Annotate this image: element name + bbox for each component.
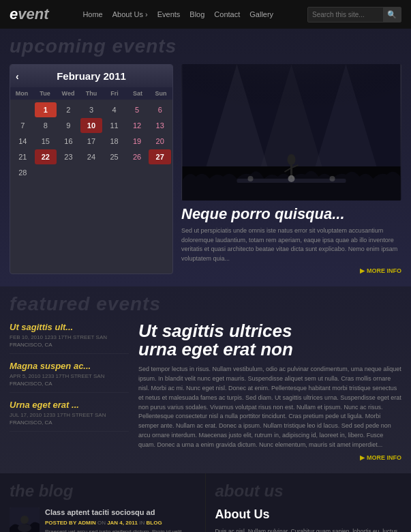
- upcoming-content: ‹ February 2011 Mon Tue Wed Thu Fri Sat …: [10, 64, 401, 274]
- calendar-cell-15[interactable]: 15: [35, 134, 57, 149]
- about-heading: About Us: [215, 507, 402, 522]
- calendar-cell-33: [126, 165, 149, 180]
- blog-post-0-excerpt: Praesent vel arcu sed justo eleifend dic…: [45, 528, 186, 532]
- calendar-cell-12[interactable]: 12: [126, 118, 149, 133]
- calendar-cell-23[interactable]: 23: [57, 149, 80, 164]
- calendar-cell-26[interactable]: 26: [126, 149, 149, 164]
- calendar-cell-16[interactable]: 16: [57, 134, 80, 149]
- featured-item-0: Ut sagittis ult... Feb 10, 2010 1233 17T…: [10, 322, 129, 354]
- search-button[interactable]: 🔍: [383, 8, 401, 22]
- featured-more-info-link[interactable]: MORE INFO: [360, 454, 401, 461]
- nav-about[interactable]: About Us ›: [112, 10, 148, 18]
- calendar-cell-19[interactable]: 19: [126, 134, 149, 149]
- blog-thumb-svg-0: [10, 507, 40, 532]
- concert-svg: [181, 64, 401, 201]
- calendar-cell-8[interactable]: 8: [35, 118, 57, 133]
- calendar-month-title: February 2011: [57, 70, 126, 82]
- upcoming-more-info: MORE INFO: [181, 267, 401, 274]
- cal-day-tue: Tue: [33, 90, 57, 97]
- calendar-cell-32: [103, 165, 125, 180]
- featured-item-0-title: Ut sagittis ult...: [10, 322, 129, 332]
- nav-home[interactable]: Home: [82, 10, 102, 18]
- about-body: Duis ac nisl. Nullam pulvinar. Curabitur…: [215, 527, 402, 532]
- blog-post-0-text: Class aptent taciti sociosqu ad POSTED B…: [45, 507, 186, 532]
- calendar-cell-7[interactable]: 7: [12, 118, 34, 133]
- event-concert-image: [181, 64, 401, 201]
- featured-main: Ut sagittis ultrices urna eget erat non …: [138, 322, 401, 461]
- calendar-header: ‹ February 2011: [10, 65, 172, 87]
- featured-item-2-title: Urna eget erat ...: [10, 400, 129, 410]
- about-section-title: about us: [215, 482, 402, 501]
- featured-events-section: featured events Ut sagittis ult... Feb 1…: [0, 286, 411, 473]
- upcoming-more-info-link[interactable]: MORE INFO: [360, 267, 401, 274]
- featured-item-2-address: FRANCISCO, CA: [10, 419, 129, 426]
- calendar-cell-5[interactable]: 5: [126, 102, 149, 117]
- nav-gallery[interactable]: Gallery: [249, 10, 273, 18]
- cal-day-sat: Sat: [126, 90, 149, 97]
- cal-day-mon: Mon: [10, 90, 33, 97]
- calendar-days-header: Mon Tue Wed Thu Fri Sat Sun: [10, 87, 172, 100]
- calendar-cell-4[interactable]: 4: [103, 102, 125, 117]
- calendar-cell-9[interactable]: 9: [57, 118, 80, 133]
- cal-day-thu: Thu: [80, 90, 103, 97]
- calendar-cell-31: [80, 165, 103, 180]
- calendar-cell-21[interactable]: 21: [12, 149, 34, 164]
- calendar: ‹ February 2011 Mon Tue Wed Thu Fri Sat …: [10, 64, 173, 274]
- upcoming-events-section: upcoming events ‹ February 2011 Mon Tue …: [0, 29, 411, 286]
- featured-item-1: Magna suspen ac... Apr 5, 2010 1233 17TH…: [10, 361, 129, 393]
- blog-post-0-thumb: [10, 507, 40, 532]
- calendar-cell-17[interactable]: 17: [80, 134, 103, 149]
- cal-day-fri: Fri: [103, 90, 126, 97]
- search-input[interactable]: [308, 8, 383, 21]
- calendar-cell-18[interactable]: 18: [103, 134, 125, 149]
- calendar-cell-0: [12, 102, 34, 117]
- featured-item-1-address: FRANCISCO, CA: [10, 381, 129, 387]
- calendar-cell-2[interactable]: 2: [57, 102, 80, 117]
- cal-day-sun: Sun: [149, 90, 172, 97]
- nav-blog[interactable]: Blog: [189, 10, 204, 18]
- blog-post-0: Class aptent taciti sociosqu ad POSTED B…: [10, 507, 196, 532]
- svg-point-18: [18, 524, 31, 532]
- calendar-cell-24[interactable]: 24: [80, 149, 103, 164]
- cal-day-wed: Wed: [57, 90, 80, 97]
- calendar-cell-25[interactable]: 25: [103, 149, 125, 164]
- logo-vent: vent: [18, 5, 48, 23]
- svg-point-15: [330, 176, 335, 181]
- featured-section-title: featured events: [10, 293, 401, 315]
- calendar-cell-27[interactable]: 27: [149, 149, 171, 164]
- calendar-cell-22[interactable]: 22: [35, 149, 57, 164]
- upcoming-event-area: Neque porro quisqua... Sed ut perspiciat…: [181, 64, 401, 274]
- calendar-cell-6[interactable]: 6: [149, 102, 171, 117]
- blog-section-title: the blog: [10, 482, 196, 501]
- featured-main-title: Ut sagittis ultrices urna eget erat non: [138, 322, 401, 359]
- nav-events[interactable]: Events: [157, 10, 181, 18]
- calendar-cell-3[interactable]: 3: [80, 102, 103, 117]
- featured-content: Ut sagittis ult... Feb 10, 2010 1233 17T…: [10, 322, 401, 461]
- svg-point-6: [288, 154, 296, 165]
- upcoming-section-title: upcoming events: [10, 35, 401, 57]
- calendar-cell-11[interactable]: 11: [103, 118, 125, 133]
- calendar-cell-34: [149, 165, 171, 180]
- search-box: 🔍: [307, 7, 401, 23]
- calendar-prev-button[interactable]: ‹: [16, 71, 19, 82]
- featured-item-0-address: FRANCISCO, CA: [10, 342, 129, 348]
- blog-post-0-meta: POSTED BY ADMIN ON JAN 4, 2011 IN BLOG: [45, 520, 186, 526]
- calendar-cell-1[interactable]: 1: [35, 102, 57, 117]
- blog-post-0-title: Class aptent taciti sociosqu ad: [45, 507, 186, 517]
- bottom-section: the blog Class aptent taciti sociosqu ad…: [0, 473, 411, 532]
- upcoming-event-description: Neque porro quisqua... Sed ut perspiciat…: [181, 201, 401, 274]
- featured-main-body: Sed tempor lectus in risus. Nullam vesti…: [138, 365, 401, 450]
- svg-point-17: [20, 516, 29, 524]
- calendar-cell-10[interactable]: 10: [80, 118, 103, 133]
- featured-item-0-date: Feb 10, 2010 1233 17TH STREET SAN: [10, 334, 129, 340]
- calendar-cell-28[interactable]: 28: [12, 165, 34, 180]
- header: event Home About Us › Events Blog Contac…: [0, 0, 411, 29]
- featured-more-info: MORE INFO: [138, 454, 401, 461]
- calendar-cell-13[interactable]: 13: [149, 118, 171, 133]
- upcoming-event-body: Sed ut perspiciatis unde omnis iste natu…: [181, 226, 401, 263]
- nav-contact[interactable]: Contact: [214, 10, 240, 18]
- logo: event: [10, 5, 49, 23]
- calendar-cell-14[interactable]: 14: [12, 134, 34, 149]
- calendar-grid: 1234567891011121314151617181920212223242…: [10, 100, 172, 183]
- calendar-cell-20[interactable]: 20: [149, 134, 171, 149]
